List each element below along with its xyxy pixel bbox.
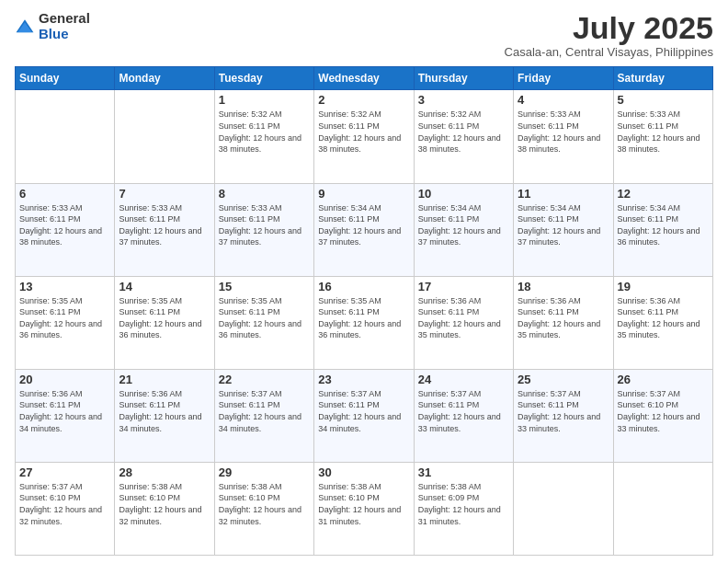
day-number: 9 [318, 187, 409, 201]
calendar-cell [115, 90, 214, 183]
day-number: 22 [219, 373, 310, 386]
day-number: 28 [119, 465, 210, 479]
calendar-cell: 15Sunrise: 5:35 AMSunset: 6:11 PMDayligh… [214, 276, 313, 369]
calendar-cell: 28Sunrise: 5:38 AMSunset: 6:10 PMDayligh… [115, 462, 214, 555]
col-header-tuesday: Tuesday [214, 67, 313, 90]
day-number: 30 [318, 465, 409, 479]
day-number: 18 [518, 280, 609, 293]
day-info: Sunrise: 5:36 AMSunset: 6:11 PMDaylight:… [518, 295, 609, 341]
day-number: 15 [219, 280, 310, 293]
day-number: 4 [518, 93, 609, 107]
day-number: 24 [418, 373, 509, 386]
calendar-cell: 6Sunrise: 5:33 AMSunset: 6:11 PMDaylight… [16, 183, 115, 276]
calendar-cell: 13Sunrise: 5:35 AMSunset: 6:11 PMDayligh… [16, 276, 115, 369]
day-number: 1 [219, 93, 310, 107]
day-number: 21 [119, 373, 210, 386]
calendar-cell: 29Sunrise: 5:38 AMSunset: 6:10 PMDayligh… [214, 462, 313, 555]
day-info: Sunrise: 5:33 AMSunset: 6:11 PMDaylight:… [19, 202, 110, 248]
day-info: Sunrise: 5:37 AMSunset: 6:11 PMDaylight:… [418, 388, 509, 434]
day-info: Sunrise: 5:36 AMSunset: 6:11 PMDaylight:… [19, 388, 110, 434]
logo-blue: Blue [39, 27, 90, 42]
calendar-cell: 22Sunrise: 5:37 AMSunset: 6:11 PMDayligh… [214, 369, 313, 462]
day-number: 25 [518, 373, 609, 386]
calendar-cell: 24Sunrise: 5:37 AMSunset: 6:11 PMDayligh… [414, 369, 513, 462]
calendar-cell: 1Sunrise: 5:32 AMSunset: 6:11 PMDaylight… [214, 90, 313, 183]
day-info: Sunrise: 5:33 AMSunset: 6:11 PMDaylight:… [219, 202, 310, 248]
calendar-cell: 7Sunrise: 5:33 AMSunset: 6:11 PMDaylight… [115, 183, 214, 276]
calendar-cell: 17Sunrise: 5:36 AMSunset: 6:11 PMDayligh… [414, 276, 513, 369]
col-header-wednesday: Wednesday [314, 67, 414, 90]
logo-text: General Blue [39, 11, 90, 41]
calendar-cell: 11Sunrise: 5:34 AMSunset: 6:11 PMDayligh… [514, 183, 613, 276]
day-info: Sunrise: 5:35 AMSunset: 6:11 PMDaylight:… [318, 295, 409, 341]
day-number: 17 [418, 280, 509, 293]
calendar-cell: 5Sunrise: 5:33 AMSunset: 6:11 PMDaylight… [613, 90, 712, 183]
day-number: 19 [618, 280, 709, 293]
calendar-cell: 26Sunrise: 5:37 AMSunset: 6:10 PMDayligh… [613, 369, 712, 462]
page: General Blue July 2025 Casala-an, Centra… [0, 0, 728, 563]
day-number: 26 [618, 373, 709, 386]
day-info: Sunrise: 5:32 AMSunset: 6:11 PMDaylight:… [318, 109, 409, 155]
day-number: 20 [19, 373, 110, 386]
day-info: Sunrise: 5:36 AMSunset: 6:11 PMDaylight:… [618, 295, 709, 341]
calendar-table: SundayMondayTuesdayWednesdayThursdayFrid… [15, 66, 713, 556]
main-title: July 2025 [505, 11, 713, 45]
day-info: Sunrise: 5:37 AMSunset: 6:11 PMDaylight:… [518, 388, 609, 434]
calendar-cell: 31Sunrise: 5:38 AMSunset: 6:09 PMDayligh… [414, 462, 513, 555]
day-info: Sunrise: 5:37 AMSunset: 6:11 PMDaylight:… [318, 388, 409, 434]
col-header-thursday: Thursday [414, 67, 513, 90]
day-number: 31 [418, 465, 509, 479]
day-info: Sunrise: 5:35 AMSunset: 6:11 PMDaylight:… [19, 295, 110, 341]
col-header-saturday: Saturday [613, 67, 712, 90]
day-number: 7 [119, 187, 210, 201]
calendar-cell [514, 462, 613, 555]
calendar-cell: 3Sunrise: 5:32 AMSunset: 6:11 PMDaylight… [414, 90, 513, 183]
header: General Blue July 2025 Casala-an, Centra… [15, 11, 713, 59]
logo-general: General [39, 11, 90, 27]
logo-icon [15, 17, 35, 37]
calendar-cell: 16Sunrise: 5:35 AMSunset: 6:11 PMDayligh… [314, 276, 414, 369]
col-header-friday: Friday [514, 67, 613, 90]
calendar-cell [613, 462, 712, 555]
day-number: 12 [618, 187, 709, 201]
calendar-cell: 8Sunrise: 5:33 AMSunset: 6:11 PMDaylight… [214, 183, 313, 276]
day-info: Sunrise: 5:37 AMSunset: 6:11 PMDaylight:… [219, 388, 310, 434]
day-number: 8 [219, 187, 310, 201]
day-info: Sunrise: 5:36 AMSunset: 6:11 PMDaylight:… [119, 388, 210, 434]
day-info: Sunrise: 5:38 AMSunset: 6:10 PMDaylight:… [219, 481, 310, 527]
day-info: Sunrise: 5:33 AMSunset: 6:11 PMDaylight:… [119, 202, 210, 248]
day-number: 3 [418, 93, 509, 107]
calendar-cell [16, 90, 115, 183]
day-number: 6 [19, 187, 110, 201]
calendar-cell: 18Sunrise: 5:36 AMSunset: 6:11 PMDayligh… [514, 276, 613, 369]
day-info: Sunrise: 5:34 AMSunset: 6:11 PMDaylight:… [318, 202, 409, 248]
col-header-sunday: Sunday [16, 67, 115, 90]
day-number: 13 [19, 280, 110, 293]
day-info: Sunrise: 5:38 AMSunset: 6:10 PMDaylight:… [119, 481, 210, 527]
day-info: Sunrise: 5:33 AMSunset: 6:11 PMDaylight:… [518, 109, 609, 155]
calendar-cell: 14Sunrise: 5:35 AMSunset: 6:11 PMDayligh… [115, 276, 214, 369]
calendar-cell: 10Sunrise: 5:34 AMSunset: 6:11 PMDayligh… [414, 183, 513, 276]
calendar-cell: 23Sunrise: 5:37 AMSunset: 6:11 PMDayligh… [314, 369, 414, 462]
calendar-cell: 25Sunrise: 5:37 AMSunset: 6:11 PMDayligh… [514, 369, 613, 462]
day-info: Sunrise: 5:36 AMSunset: 6:11 PMDaylight:… [418, 295, 509, 341]
day-info: Sunrise: 5:32 AMSunset: 6:11 PMDaylight:… [418, 109, 509, 155]
day-number: 29 [219, 465, 310, 479]
day-number: 5 [618, 93, 709, 107]
day-number: 2 [318, 93, 409, 107]
day-info: Sunrise: 5:32 AMSunset: 6:11 PMDaylight:… [219, 109, 310, 155]
day-number: 27 [19, 465, 110, 479]
calendar-cell: 2Sunrise: 5:32 AMSunset: 6:11 PMDaylight… [314, 90, 414, 183]
day-info: Sunrise: 5:35 AMSunset: 6:11 PMDaylight:… [119, 295, 210, 341]
day-info: Sunrise: 5:37 AMSunset: 6:10 PMDaylight:… [618, 388, 709, 434]
logo: General Blue [15, 11, 90, 41]
day-number: 14 [119, 280, 210, 293]
day-info: Sunrise: 5:34 AMSunset: 6:11 PMDaylight:… [418, 202, 509, 248]
calendar-cell: 20Sunrise: 5:36 AMSunset: 6:11 PMDayligh… [16, 369, 115, 462]
day-number: 11 [518, 187, 609, 201]
day-info: Sunrise: 5:33 AMSunset: 6:11 PMDaylight:… [618, 109, 709, 155]
calendar-cell: 30Sunrise: 5:38 AMSunset: 6:10 PMDayligh… [314, 462, 414, 555]
title-block: July 2025 Casala-an, Central Visayas, Ph… [505, 11, 713, 59]
day-info: Sunrise: 5:34 AMSunset: 6:11 PMDaylight:… [618, 202, 709, 248]
day-number: 10 [418, 187, 509, 201]
